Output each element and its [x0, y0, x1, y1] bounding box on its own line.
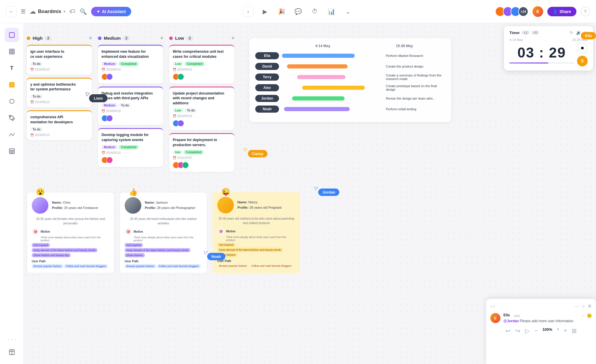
card-h2[interactable]: y and optimize bottleneckster system per…: [27, 78, 92, 108]
chat-redo-button[interactable]: ↪: [515, 327, 520, 334]
card-l2[interactable]: Update project documentation with recent…: [169, 87, 234, 130]
card-m1-date: ⏰ 2024/05/10: [102, 68, 160, 71]
timer-sound-icon[interactable]: 🔊: [576, 30, 581, 35]
back-button[interactable]: ←: [6, 6, 17, 17]
col-add-low[interactable]: +: [231, 35, 234, 41]
gantt-bar-david: [287, 64, 348, 68]
jackson-motive-pills: Get inspired Keep abreast of the latest …: [125, 243, 202, 257]
timer-progress-fill: [509, 63, 548, 63]
chat-zoom-out-button[interactable]: −: [534, 327, 538, 334]
card-h1-tags: To do: [30, 62, 88, 66]
timer-row: 03 : 29 ■ ⏸: [509, 43, 588, 66]
more-button[interactable]: ⌄: [343, 6, 353, 17]
chat-map-button[interactable]: ⊞: [572, 327, 577, 334]
path-pill-1: Browse popular fashion: [32, 264, 63, 268]
low-indicator: [169, 36, 173, 40]
chat-button[interactable]: 💬: [293, 6, 303, 17]
chat-emoji-button[interactable]: 🙂: [587, 313, 592, 318]
toolbar-left: ← ☰ ☁ Boardmix ▾ 🏷 🔍 ✦ AI Assistant: [6, 6, 238, 17]
jackson-user-path: User Path Browse popular fashion Follow …: [125, 260, 202, 268]
chat-more-button[interactable]: ···: [575, 303, 579, 309]
chat-message-more[interactable]: ···: [581, 313, 585, 318]
card-m1[interactable]: Implement new feature for enhanced data …: [98, 45, 163, 84]
chart-button[interactable]: 📊: [326, 6, 337, 17]
chat-next-button[interactable]: ›: [493, 304, 494, 309]
card-l3-title: Prepare for deployment to production ser…: [173, 138, 231, 148]
timer-pause-button[interactable]: ⏸: [577, 56, 588, 66]
mini-avatar: [106, 74, 113, 80]
chat-zoom-chevron[interactable]: ▾: [557, 327, 559, 334]
search-button[interactable]: 🔍: [80, 8, 87, 15]
forward-button[interactable]: ›: [243, 6, 253, 17]
timer-button[interactable]: ⏱: [309, 6, 320, 17]
tag-medium-m1: Medium: [102, 62, 118, 66]
card-h3[interactable]: comprehensive APImentation for developer…: [27, 110, 92, 140]
card-m2[interactable]: Debug and resolve integration issues wit…: [98, 87, 163, 125]
timer-stop-button[interactable]: ■: [577, 43, 588, 53]
chat-time: ayer: [514, 314, 520, 317]
kanban-column-high: High 2 + ign user interface toce user ex…: [24, 32, 95, 178]
gantt-label-terry: Terry: [255, 74, 279, 81]
chat-undo-button[interactable]: ↩: [505, 327, 511, 334]
share-button[interactable]: 👤 Share: [547, 7, 576, 16]
help-button[interactable]: ?: [581, 7, 590, 16]
jackson-motive-icon: 🎯: [125, 228, 132, 235]
tag-button[interactable]: 🏷: [69, 8, 75, 15]
sidebar-tool-frame[interactable]: [5, 44, 19, 59]
tag-completed-m3: Completed: [119, 145, 139, 149]
timer-display: 03 : 29: [509, 44, 574, 61]
chat-zoom-in-button[interactable]: +: [564, 327, 567, 334]
col-add-high[interactable]: +: [89, 35, 92, 41]
ai-assistant-button[interactable]: ✦ AI Assistant: [91, 7, 131, 16]
card-l3[interactable]: Prepare for deployment to production ser…: [169, 133, 234, 172]
sidebar-tool-shape[interactable]: [5, 94, 19, 108]
jackson-avatar: [125, 197, 141, 214]
nancy-desc: 25-40 years old mothers-to-be who cares …: [217, 216, 295, 225]
sidebar-tool-text[interactable]: T: [5, 61, 19, 75]
main-canvas[interactable]: High 2 + ign user interface toce user ex…: [24, 23, 596, 364]
confetti-button[interactable]: 🎉: [276, 6, 287, 17]
tag-todo-h3: To do: [30, 127, 43, 132]
card-m3[interactable]: Develop logging module for capturing sys…: [98, 128, 163, 167]
chat-pointer-button[interactable]: ▷: [525, 327, 530, 334]
logo-area[interactable]: ☁ Boardmix ▾: [30, 8, 65, 15]
card-l2-title: Update project documentation with recent…: [173, 91, 231, 106]
col-title-medium: Medium: [104, 36, 121, 41]
card-m1-tags: Medium Completed: [102, 62, 160, 66]
sidebar-tool-table[interactable]: [5, 144, 19, 158]
chat-prev-button[interactable]: ‹: [490, 304, 492, 309]
sidebar-tool-sticky[interactable]: [5, 78, 19, 92]
avatar-count: +24: [518, 7, 528, 17]
nancy-user-path: User Path Browse popular fashion Follow …: [217, 259, 295, 268]
timer-sync-icon[interactable]: ↻: [570, 30, 573, 35]
chat-sender-row: Ella ayer ··· 🙂: [503, 313, 592, 318]
sidebar-tool-pen[interactable]: [5, 111, 19, 125]
chat-close-button[interactable]: ✕: [587, 303, 592, 309]
cursor-bubble-casey: Casey: [248, 150, 267, 157]
chat-check-button[interactable]: ○: [582, 303, 585, 309]
card-h1[interactable]: ign user interface toce user experience …: [27, 45, 92, 75]
sidebar-more-dots[interactable]: · · ·: [8, 336, 16, 343]
persona-card-chris[interactable]: 😮 Name: Chris Profile: 25 years old Free…: [27, 192, 114, 273]
jackson-motive-row: 🎯 Motive: [125, 228, 202, 235]
gantt-bar-area-david: [282, 63, 383, 69]
pill-get-inspired: Get inspired: [32, 243, 50, 247]
sidebar-tool-select[interactable]: [5, 28, 19, 42]
col-count-medium: 2: [123, 36, 130, 41]
col-header-high: High 2 +: [27, 35, 92, 41]
menu-button[interactable]: ☰: [21, 8, 26, 15]
kanban-column-medium: Medium 2 + Implement new feature for enh…: [95, 32, 166, 178]
user-avatar[interactable]: E: [532, 6, 543, 17]
path-pill-n1: Browse popular fashion: [217, 264, 249, 268]
sidebar-map-button[interactable]: [5, 345, 19, 359]
gantt-label-alex: Alex: [255, 84, 279, 91]
persona-card-jackson[interactable]: 👍 Name: Jackson Profile: 28 years old Ph…: [120, 192, 207, 273]
play-button[interactable]: ▶: [259, 6, 270, 17]
persona-card-nancy[interactable]: 😜 Name: Nancy Profile: 36 years old Preg…: [213, 192, 300, 273]
gantt-bar-area-ella: [282, 53, 383, 59]
kanban-area: High 2 + ign user interface toce user ex…: [24, 32, 237, 178]
col-add-medium[interactable]: +: [160, 35, 163, 41]
sidebar-tool-curve[interactable]: [5, 127, 19, 142]
tag-completed-m1: Completed: [119, 62, 139, 66]
card-l1[interactable]: Write comprehensive unit test cases for …: [169, 45, 234, 84]
